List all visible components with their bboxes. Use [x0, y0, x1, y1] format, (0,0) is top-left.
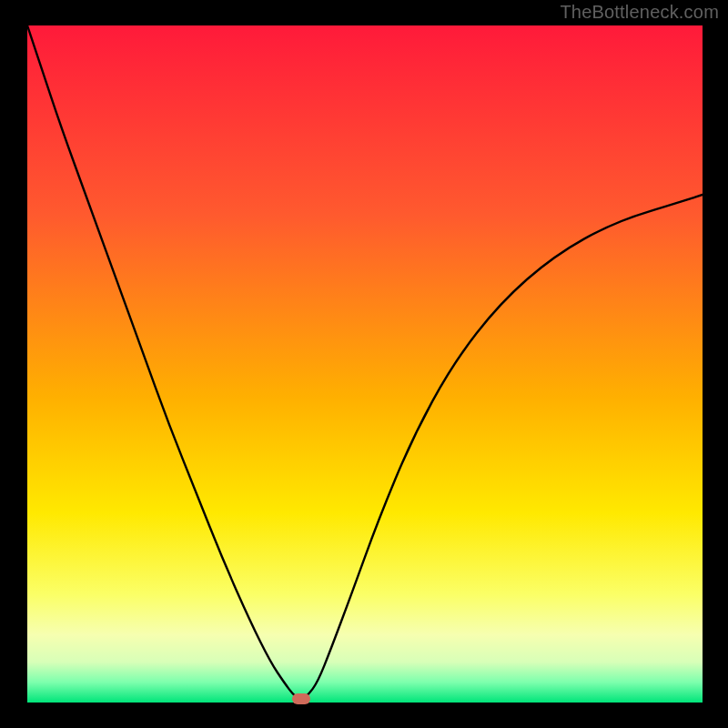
plot-svg	[27, 25, 703, 703]
plot-frame	[27, 25, 703, 703]
optimal-point-marker	[292, 693, 310, 704]
chart-container: TheBottleneck.com	[0, 0, 728, 728]
attribution-text: TheBottleneck.com	[560, 2, 719, 23]
gradient-background	[27, 25, 703, 703]
